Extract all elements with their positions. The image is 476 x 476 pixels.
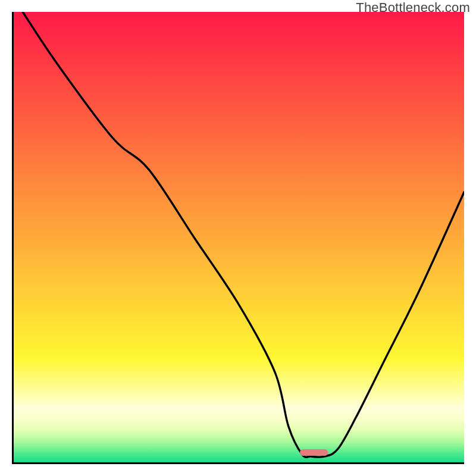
bg-band (14, 12, 464, 359)
gradient-background (14, 12, 464, 462)
bg-band (14, 359, 464, 399)
bg-band (14, 408, 464, 419)
bg-band (14, 419, 464, 431)
bg-band (14, 442, 464, 453)
bg-band (14, 453, 464, 462)
plot-area (12, 12, 464, 464)
chart-stage: TheBottleneck.com (0, 0, 476, 476)
bg-band (14, 399, 464, 408)
bg-band (14, 431, 464, 442)
optimal-range-marker (300, 449, 328, 456)
